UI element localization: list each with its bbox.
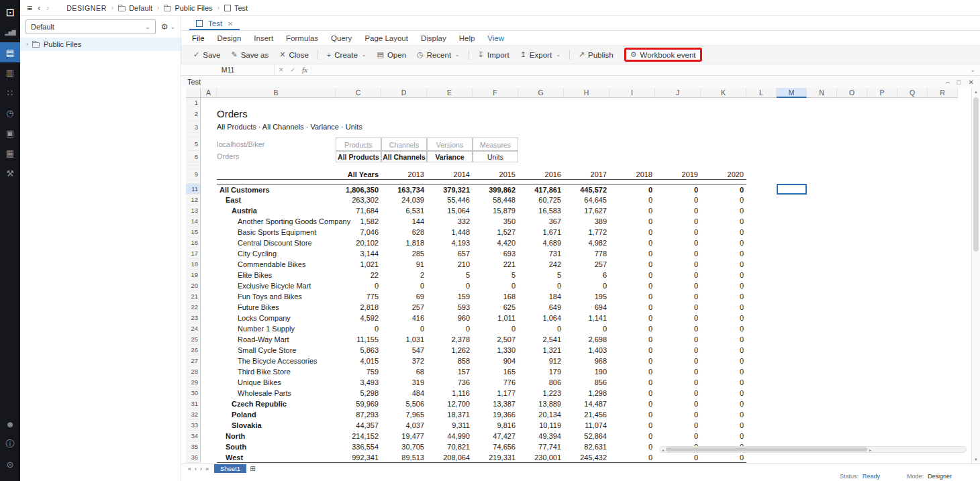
cell-Q29[interactable] bbox=[897, 377, 928, 388]
cell-M27[interactable] bbox=[777, 356, 807, 366]
cell-C30[interactable]: 5,298 bbox=[336, 388, 381, 398]
cell-Q5[interactable] bbox=[897, 138, 928, 151]
cell-H17[interactable]: 778 bbox=[564, 248, 609, 259]
cell-E14[interactable]: 332 bbox=[427, 216, 473, 227]
cell-K30[interactable]: 0 bbox=[701, 388, 746, 398]
cell-J15[interactable]: 0 bbox=[655, 227, 701, 237]
cell-F32[interactable]: 19,366 bbox=[473, 409, 518, 420]
cell-A23[interactable] bbox=[201, 313, 217, 323]
cell-Q19[interactable] bbox=[897, 270, 928, 280]
cell-A6[interactable] bbox=[201, 151, 217, 162]
cell-K11[interactable]: 0 bbox=[701, 184, 746, 195]
cell-P6[interactable] bbox=[867, 151, 897, 162]
cell-R4[interactable] bbox=[928, 133, 958, 138]
cell-L21[interactable] bbox=[746, 291, 777, 302]
cell-P9[interactable] bbox=[867, 169, 897, 180]
cell-Q22[interactable] bbox=[897, 302, 928, 313]
column-header-C[interactable]: C bbox=[336, 88, 381, 98]
cell-F25[interactable]: 2,507 bbox=[473, 334, 518, 345]
cell-D1[interactable] bbox=[381, 98, 427, 107]
cell-F11[interactable]: 399,862 bbox=[473, 184, 518, 195]
cell-B3[interactable]: All Products · All Channels · Variance ·… bbox=[217, 121, 336, 133]
cell-E30[interactable]: 1,116 bbox=[427, 388, 473, 398]
cell-M2[interactable] bbox=[777, 107, 807, 121]
cell-I6[interactable] bbox=[609, 151, 655, 162]
cell-D32[interactable]: 7,965 bbox=[381, 409, 427, 420]
cell-Q9[interactable] bbox=[897, 169, 928, 180]
cell-L25[interactable] bbox=[746, 334, 777, 345]
cell-F33[interactable]: 9,816 bbox=[473, 420, 518, 431]
save-button[interactable]: ✓Save bbox=[188, 48, 226, 62]
cell-O15[interactable] bbox=[837, 227, 867, 237]
cell-J34[interactable]: 0 bbox=[655, 431, 701, 441]
cell-J24[interactable]: 0 bbox=[655, 323, 701, 334]
cell-R19[interactable] bbox=[928, 270, 958, 280]
cell-O14[interactable] bbox=[837, 216, 867, 227]
info-icon[interactable]: ⓘ bbox=[0, 434, 20, 454]
cell-H35[interactable]: 82,631 bbox=[564, 441, 609, 452]
cell-M9[interactable] bbox=[777, 169, 807, 180]
cell-P30[interactable] bbox=[867, 388, 897, 398]
cell-P2[interactable] bbox=[867, 107, 897, 121]
cell-L36[interactable] bbox=[746, 452, 777, 463]
workbook-event-button[interactable]: ⚙Workbook event bbox=[624, 48, 702, 62]
cell-M12[interactable] bbox=[777, 195, 807, 205]
cell-J17[interactable]: 0 bbox=[655, 248, 701, 259]
user-icon[interactable]: ☻ bbox=[0, 414, 20, 434]
cell-F26[interactable]: 1,330 bbox=[473, 345, 518, 356]
cell-O36[interactable] bbox=[837, 452, 867, 463]
cell-J4[interactable] bbox=[655, 133, 701, 138]
cell-K33[interactable]: 0 bbox=[701, 420, 746, 431]
cell-G29[interactable]: 806 bbox=[518, 377, 564, 388]
row-header-28[interactable]: 28 bbox=[186, 366, 201, 377]
cell-I4[interactable] bbox=[609, 133, 655, 138]
cell-N32[interactable] bbox=[807, 409, 837, 420]
cell-K19[interactable]: 0 bbox=[701, 270, 746, 280]
row-header-2[interactable]: 2 bbox=[186, 107, 201, 121]
cell-F2[interactable] bbox=[473, 107, 518, 121]
cell-J18[interactable]: 0 bbox=[655, 259, 701, 270]
confirm-formula-icon[interactable]: ✓ bbox=[287, 66, 299, 73]
cell-H3[interactable] bbox=[564, 121, 609, 133]
cell-Q4[interactable] bbox=[897, 133, 928, 138]
cell-R18[interactable] bbox=[928, 259, 958, 270]
cell-H32[interactable]: 21,456 bbox=[564, 409, 609, 420]
cell-B12[interactable]: East bbox=[217, 195, 336, 205]
cell-N13[interactable] bbox=[807, 205, 837, 216]
row-header-20[interactable]: 20 bbox=[186, 280, 201, 291]
row-header-32[interactable]: 32 bbox=[186, 409, 201, 420]
cell-R30[interactable] bbox=[928, 388, 958, 398]
cell-B1[interactable] bbox=[217, 98, 336, 107]
cell-O21[interactable] bbox=[837, 291, 867, 302]
cell-J9[interactable]: 2019 bbox=[655, 169, 701, 180]
cell-C16[interactable]: 20,102 bbox=[336, 237, 381, 248]
breadcrumb-section[interactable]: DESIGNER bbox=[66, 4, 107, 12]
cell-E5[interactable]: Versions bbox=[427, 138, 473, 151]
cell-H4[interactable] bbox=[564, 133, 609, 138]
cell-J6[interactable] bbox=[655, 151, 701, 162]
console-icon[interactable]: ▣ bbox=[0, 123, 20, 143]
cell-F6[interactable]: Units bbox=[473, 151, 518, 162]
cell-H30[interactable]: 1,298 bbox=[564, 388, 609, 398]
cell-G34[interactable]: 49,394 bbox=[518, 431, 564, 441]
cell-O33[interactable] bbox=[837, 420, 867, 431]
cell-J32[interactable]: 0 bbox=[655, 409, 701, 420]
cell-L6[interactable] bbox=[746, 151, 777, 162]
cell-G17[interactable]: 731 bbox=[518, 248, 564, 259]
cell-N29[interactable] bbox=[807, 377, 837, 388]
cell-H34[interactable]: 52,864 bbox=[564, 431, 609, 441]
cell-R26[interactable] bbox=[928, 345, 958, 356]
cell-O5[interactable] bbox=[837, 138, 867, 151]
row-header-16[interactable]: 16 bbox=[186, 237, 201, 248]
cell-I14[interactable]: 0 bbox=[609, 216, 655, 227]
cell-M14[interactable] bbox=[777, 216, 807, 227]
cell-B20[interactable]: Exclusive Bicycle Mart bbox=[217, 280, 336, 291]
cell-B13[interactable]: Austria bbox=[217, 205, 336, 216]
cell-I13[interactable]: 0 bbox=[609, 205, 655, 216]
cell-I31[interactable]: 0 bbox=[609, 398, 655, 409]
cell-P25[interactable] bbox=[867, 334, 897, 345]
explorer-settings-button[interactable]: ⚙ ⌄ bbox=[161, 22, 175, 32]
close-window-icon[interactable]: ✕ bbox=[969, 78, 974, 86]
cell-G28[interactable]: 179 bbox=[518, 366, 564, 377]
cell-M6[interactable] bbox=[777, 151, 807, 162]
